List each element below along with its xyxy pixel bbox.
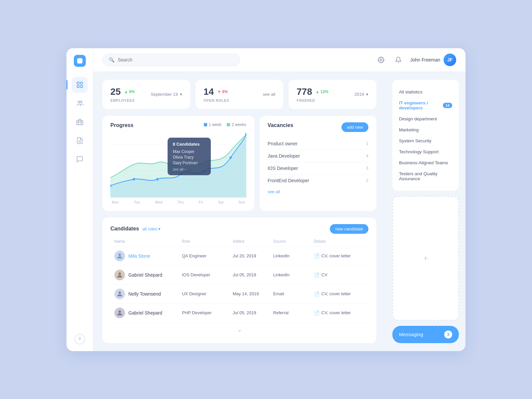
- user-name: John Freeman: [410, 57, 440, 63]
- table-row-2[interactable]: Nelly Townsend UX Designer May 14, 2019 …: [110, 285, 368, 304]
- vacancy-row-2[interactable]: IOS Developer 3: [268, 162, 368, 175]
- avatar-1: [114, 270, 125, 280]
- chevron-down-icon-2: ▾: [366, 92, 368, 97]
- vacancies-title: Vacancies: [268, 122, 293, 128]
- candidate-added-0: Jul 20, 2019: [233, 253, 273, 258]
- stats-item-testers[interactable]: Testers and Quality Assurance: [399, 168, 452, 184]
- stat-info-employees: 25 ▲ 9% EMPLOYEES: [110, 86, 147, 102]
- candidate-role-2: UX Designer: [182, 291, 232, 296]
- tooltip-title: 8 Candidates: [173, 142, 205, 147]
- all-roles-filter[interactable]: all roles ▾: [142, 226, 161, 231]
- stats-item-it[interactable]: IT engineers / developers 14: [399, 97, 452, 113]
- add-new-button[interactable]: add new: [341, 122, 368, 132]
- candidate-details-3: 📄 CV, cover letter: [314, 310, 364, 316]
- search-input[interactable]: [118, 57, 234, 63]
- sidebar-item-employees[interactable]: [72, 95, 88, 111]
- vacancy-count-0: 1: [366, 141, 368, 146]
- svg-point-17: [133, 178, 135, 181]
- svg-point-26: [118, 310, 121, 313]
- table-row-3[interactable]: Gabriel Shepard PHP Developer Jul 05, 20…: [110, 304, 368, 323]
- finished-meta[interactable]: 2019 ▾: [354, 92, 368, 97]
- messaging-label: Messaging: [399, 332, 423, 337]
- sidebar-item-documents[interactable]: [72, 133, 88, 149]
- chart-label-sat: Sat: [218, 200, 223, 204]
- chart-legend: 1 week 2 weeks: [204, 122, 246, 127]
- stats-item-marketing[interactable]: Marketing: [399, 124, 452, 135]
- vacancy-count-2: 3: [366, 166, 368, 171]
- notifications-icon[interactable]: [393, 55, 404, 65]
- table-header: Name Role Added Source Details: [110, 239, 368, 247]
- open-roles-count: 14: [203, 86, 214, 97]
- stats-item-security[interactable]: System Security: [399, 135, 452, 146]
- stats-item-tech-support[interactable]: Technology Support: [399, 146, 452, 157]
- svg-point-5: [80, 101, 82, 103]
- tooltip-see-all[interactable]: see all ›: [173, 167, 205, 171]
- stats-item-business[interactable]: Business-Aligned Teams: [399, 157, 452, 168]
- candidate-role-0: QA Engineer: [182, 253, 232, 258]
- candidate-added-1: Jul 05, 2019: [233, 272, 273, 277]
- add-widget-panel[interactable]: +: [392, 196, 459, 321]
- svg-rect-2: [77, 85, 79, 87]
- table-row[interactable]: Mila Stone QA Engineer Jul 20, 2019 Link…: [110, 247, 368, 266]
- employees-trend: ▲ 9%: [124, 89, 135, 94]
- candidate-role-1: IOS Developer: [182, 272, 232, 277]
- doc-icon-1: 📄: [314, 272, 320, 278]
- legend-2weeks: 2 weeks: [227, 122, 246, 127]
- col-details: Details: [314, 239, 364, 244]
- vacancies-see-all[interactable]: see all: [268, 189, 368, 194]
- candidate-details-2: 📄 CV, cover letter: [314, 291, 364, 297]
- new-candidate-button[interactable]: new candidate: [330, 224, 368, 234]
- chart-label-mon: Mon: [112, 200, 119, 204]
- up-arrow-icon-2: ▲: [316, 89, 320, 94]
- doc-icon-0: 📄: [314, 253, 320, 259]
- candidate-role-3: PHP Developer: [182, 310, 232, 315]
- vacancy-row-1[interactable]: Java Developer 4: [268, 150, 368, 162]
- sidebar-item-dashboard[interactable]: [72, 77, 88, 93]
- see-all-link[interactable]: see all: [263, 92, 275, 97]
- candidates-header: Candidates all roles ▾ new candidate: [110, 224, 368, 234]
- svg-rect-1: [80, 82, 82, 84]
- candidate-source-0: LinkedIn: [273, 253, 314, 258]
- main-content: 25 ▲ 9% EMPLOYEES September 19 ▾: [93, 72, 386, 351]
- stats-item-all[interactable]: All statistics: [399, 86, 452, 97]
- vacancy-count-3: 2: [366, 178, 368, 183]
- sidebar-item-messages[interactable]: [72, 151, 88, 167]
- vacancy-row-0[interactable]: Product owner 1: [268, 138, 368, 150]
- chart-tooltip: 8 Candidates Max Cooper Olivia Tracy Gar…: [168, 138, 211, 175]
- vacancy-role-3: FrontEnd Developer: [268, 178, 309, 183]
- candidate-added-2: May 14, 2019: [233, 291, 273, 296]
- finished-label: FINISHED: [297, 98, 351, 102]
- chart-area: 8 Candidates Max Cooper Olivia Tracy Gar…: [110, 131, 246, 198]
- col-role: Role: [182, 239, 232, 244]
- finished-trend: ▲ 12%: [316, 89, 329, 94]
- svg-rect-6: [76, 120, 82, 125]
- candidate-source-2: Email: [273, 291, 314, 296]
- col-name: Name: [114, 239, 182, 244]
- vacancy-role-2: IOS Developer: [268, 166, 298, 171]
- messaging-button[interactable]: Messaging 3: [392, 326, 459, 343]
- app-container: ? 🔍: [66, 48, 466, 351]
- legend-2weeks-dot: [227, 123, 230, 126]
- candidate-details-1: 📄 CV: [314, 272, 364, 278]
- vacancies-header: Vacancies add new: [268, 122, 368, 132]
- table-row-1[interactable]: Gabriel Shepard IOS Developer Jul 05, 20…: [110, 266, 368, 285]
- stats-item-design[interactable]: Design department: [399, 113, 452, 124]
- open-roles-label: OPEN ROLES: [203, 98, 259, 102]
- sidebar-logo[interactable]: [74, 55, 86, 67]
- user-avatar[interactable]: JF: [444, 54, 456, 66]
- show-more-button[interactable]: ⌄: [110, 323, 368, 336]
- vacancy-row-3[interactable]: FrontEnd Developer 2: [268, 175, 368, 187]
- doc-icon-3: 📄: [314, 310, 320, 316]
- candidate-name-1: Gabriel Shepard: [114, 270, 182, 280]
- progress-card: Progress 1 week 2 weeks: [102, 116, 254, 211]
- help-button[interactable]: ?: [74, 334, 85, 344]
- up-arrow-icon: ▲: [124, 89, 128, 94]
- search-icon: 🔍: [109, 57, 114, 63]
- employees-meta[interactable]: September 19 ▾: [151, 92, 182, 97]
- employees-label: EMPLOYEES: [110, 98, 147, 102]
- open-roles-meta: see all: [263, 92, 275, 97]
- svg-point-18: [156, 178, 158, 181]
- settings-icon[interactable]: [376, 55, 386, 65]
- sidebar-item-buildings[interactable]: [72, 114, 88, 130]
- search-bar[interactable]: 🔍: [102, 54, 240, 66]
